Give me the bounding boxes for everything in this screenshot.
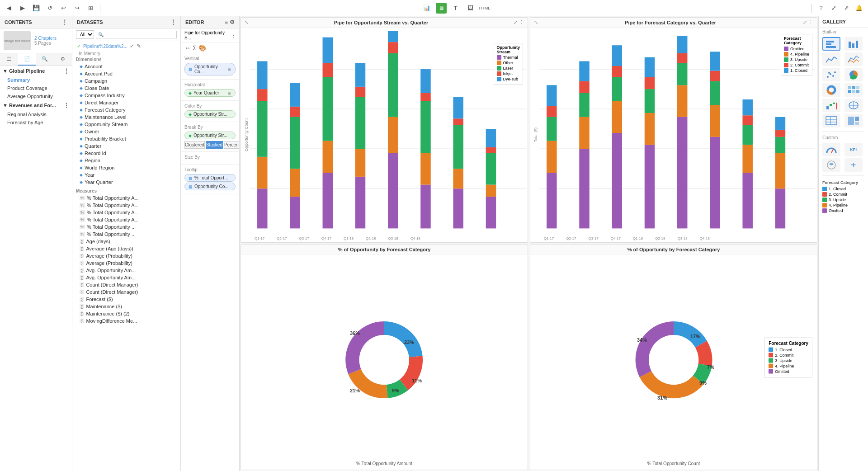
gallery-treemap[interactable] bbox=[844, 114, 863, 127]
percent-btn[interactable]: Percent bbox=[224, 141, 240, 149]
editor-settings-icon[interactable]: ⚙ bbox=[230, 19, 235, 25]
field-pct2[interactable]: %% Total Opportunity A... bbox=[72, 202, 180, 209]
gallery-donut[interactable] bbox=[822, 83, 840, 97]
gallery-line2[interactable] bbox=[844, 52, 863, 66]
search-input[interactable] bbox=[96, 31, 177, 38]
stacked-btn[interactable]: Stacked bbox=[206, 141, 223, 149]
help-btn[interactable]: ? bbox=[816, 3, 826, 14]
sidebar-tab-icon3[interactable]: 🔍 bbox=[36, 53, 54, 66]
sidebar-item-forecast[interactable]: Forecast by Age bbox=[0, 118, 72, 127]
save-btn[interactable]: 💾 bbox=[31, 3, 42, 14]
back-btn[interactable]: ◀ bbox=[4, 3, 14, 14]
share-btn[interactable]: ⇗ bbox=[841, 3, 852, 14]
field-region[interactable]: ◆Region bbox=[72, 157, 180, 164]
field-account-psd[interactable]: ◆Account Psd bbox=[72, 70, 180, 77]
field-pct3[interactable]: %% Total Opportunity A... bbox=[72, 209, 180, 216]
refresh-btn[interactable]: ↺ bbox=[44, 3, 55, 14]
field-avg-prob2[interactable]: ∑Average (Probability) bbox=[72, 259, 180, 267]
html-btn[interactable]: HTML bbox=[479, 3, 490, 14]
sidebar-item-summary[interactable]: Summary bbox=[0, 76, 72, 84]
chart-tl-expand-icon[interactable]: ⤢ bbox=[514, 19, 518, 25]
field-prob-bracket[interactable]: ◆Probability Bracket bbox=[72, 135, 180, 142]
field-forecast-dollar[interactable]: ∑Forecast ($) bbox=[72, 296, 180, 303]
field-maintenance-dollar2[interactable]: ∑Maintenance ($) (2) bbox=[72, 310, 180, 317]
field-direct-manager[interactable]: ◆Direct Manager bbox=[72, 99, 180, 106]
section-revenues[interactable]: ▼ Revenues and For... ⋮ bbox=[0, 100, 72, 110]
field-avg-prob1[interactable]: ∑Average (Probability) bbox=[72, 252, 180, 259]
field-maintenance[interactable]: ◆Maintenance Level bbox=[72, 113, 180, 121]
tooltip-pill2[interactable]: ▦ Opportunity Co... bbox=[184, 183, 236, 190]
field-pct5[interactable]: %% Total Opportunity ... bbox=[72, 223, 180, 231]
chart-name-menu[interactable]: ⋮ bbox=[231, 33, 236, 38]
field-year[interactable]: ◆Year bbox=[72, 171, 180, 179]
editor-paint-icon[interactable]: 🎨 bbox=[198, 44, 206, 52]
field-avg-opp1[interactable]: ∑Avg. Opportunity Am... bbox=[72, 267, 180, 274]
chart-tl-menu-icon[interactable]: ⋮ bbox=[519, 19, 524, 25]
field-opp-stream[interactable]: ◆Opportunity Stream bbox=[72, 121, 180, 128]
text-btn[interactable]: T bbox=[450, 3, 461, 14]
field-record-id[interactable]: ◆Record Id bbox=[72, 150, 180, 157]
colorby-pill[interactable]: ◆ Opportunity Str... bbox=[184, 110, 236, 118]
sidebar-item-regional[interactable]: Regional Analysis bbox=[0, 110, 72, 118]
tooltip-pill1[interactable]: ▦ % Total Opport... bbox=[184, 174, 236, 182]
layout-btn[interactable]: ⊞ bbox=[85, 3, 96, 14]
gallery-heatmap[interactable] bbox=[844, 83, 863, 97]
redo-btn[interactable]: ↪ bbox=[71, 3, 82, 14]
field-close-date[interactable]: ◆Close Date bbox=[72, 85, 180, 92]
field-world-region[interactable]: ◆World Region bbox=[72, 164, 180, 171]
field-count-dm1[interactable]: ∑Count (Direct Manager) bbox=[72, 281, 180, 288]
gallery-custom-1[interactable] bbox=[822, 158, 840, 172]
sidebar-tab-icon4[interactable]: ⚙ bbox=[54, 53, 72, 66]
forward-btn[interactable]: ▶ bbox=[17, 3, 28, 14]
chart-tr-move-icon[interactable]: ⤡ bbox=[534, 19, 538, 25]
sidebar-item-average[interactable]: Average Opportunity bbox=[0, 92, 72, 100]
editor-filter-icon[interactable]: ≡ bbox=[225, 19, 228, 25]
gallery-waterfall[interactable] bbox=[822, 99, 840, 112]
dataset-edit[interactable]: ✎ bbox=[137, 43, 141, 49]
editor-arrow-icon[interactable]: ↔ bbox=[184, 44, 191, 52]
field-forecast-cat[interactable]: ◆Forecast Category bbox=[72, 106, 180, 113]
datasets-menu-icon[interactable]: ⋮ bbox=[170, 19, 176, 25]
gallery-pie[interactable] bbox=[844, 68, 863, 81]
field-compass[interactable]: ◆Compass Industry bbox=[72, 92, 180, 99]
field-avg-age[interactable]: ∑Average (Age (days)) bbox=[72, 245, 180, 252]
field-owner[interactable]: ◆Owner bbox=[72, 128, 180, 135]
field-maintenance-dollar[interactable]: ∑Maintenance ($) bbox=[72, 303, 180, 310]
gallery-add[interactable]: + bbox=[844, 158, 863, 172]
vertical-pill[interactable]: ▦ Opportunity Co... ⊞ bbox=[184, 63, 236, 75]
breakby-pill[interactable]: ◆ Opportunity Str... bbox=[184, 132, 236, 139]
undo-btn[interactable]: ↩ bbox=[58, 3, 69, 14]
sidebar-tab-icon1[interactable]: ☰ bbox=[0, 53, 18, 66]
chart-tl-move-icon[interactable]: ⤡ bbox=[245, 19, 249, 25]
green-toggle[interactable]: ▩ bbox=[436, 3, 447, 14]
gallery-bar-v[interactable] bbox=[844, 37, 863, 51]
field-avg-opp2[interactable]: ∑Avg. Opportunity Am... bbox=[72, 274, 180, 281]
gallery-scatter[interactable] bbox=[822, 68, 840, 81]
maximize-btn[interactable]: ⤢ bbox=[828, 3, 839, 14]
gallery-line[interactable] bbox=[822, 52, 840, 66]
sidebar-tab-icon2[interactable]: 📄 bbox=[18, 53, 36, 66]
vertical-pill-menu[interactable]: ⊞ bbox=[228, 67, 231, 71]
section-global-pipeline[interactable]: ▼ Global Pipeline ⋮ bbox=[0, 66, 72, 76]
image-btn[interactable]: 🖼 bbox=[465, 3, 476, 14]
chart-tr-expand-icon[interactable]: ⤢ bbox=[803, 19, 807, 25]
field-count-dm2[interactable]: ∑Count (Direct Manager) bbox=[72, 288, 180, 296]
field-campaign[interactable]: ◆Campaign bbox=[72, 77, 180, 85]
contents-menu-icon[interactable]: ⋮ bbox=[62, 19, 67, 25]
gallery-bar-h[interactable] bbox=[822, 37, 840, 51]
sidebar-item-product[interactable]: Product Coverage bbox=[0, 84, 72, 92]
field-account[interactable]: ◆Account bbox=[72, 63, 180, 70]
thumbnail[interactable]: Image not found bbox=[4, 31, 31, 50]
gallery-geo[interactable] bbox=[844, 99, 863, 112]
field-pct4[interactable]: %% Total Opportunity A... bbox=[72, 216, 180, 223]
gallery-kpi[interactable]: KPI bbox=[844, 143, 863, 156]
horizontal-pill-menu[interactable]: ⊞ bbox=[228, 91, 231, 95]
chart-tr-menu-icon[interactable]: ⋮ bbox=[808, 19, 813, 25]
field-pct1[interactable]: %% Total Opportunity A... bbox=[72, 194, 180, 202]
revenues-menu[interactable]: ⋮ bbox=[64, 102, 69, 108]
analytics-btn[interactable]: 📊 bbox=[421, 3, 432, 14]
alert-btn[interactable]: 🔔 bbox=[854, 3, 864, 14]
field-moving-diff[interactable]: ∑MovingDifference Me... bbox=[72, 317, 180, 325]
field-year-quarter[interactable]: ◆Year Quarter bbox=[72, 179, 180, 186]
horizontal-pill[interactable]: ◆ Year Quarter ⊞ bbox=[184, 89, 236, 97]
